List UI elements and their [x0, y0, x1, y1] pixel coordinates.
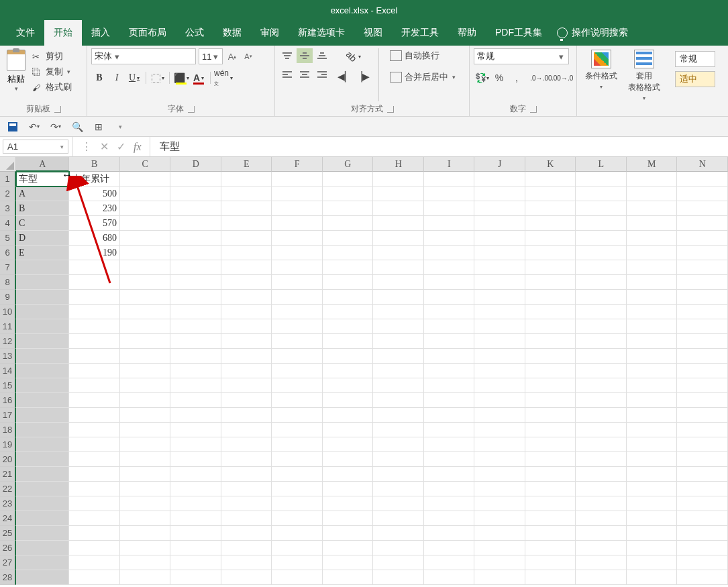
- cell-H4[interactable]: [373, 216, 424, 231]
- cell-E18[interactable]: [221, 423, 272, 437]
- cell-G5[interactable]: [323, 231, 374, 246]
- row-header-27[interactable]: 27: [0, 555, 16, 570]
- cell-L28[interactable]: [576, 570, 627, 585]
- row-header-23[interactable]: 23: [0, 496, 16, 511]
- cell-B6[interactable]: 190: [69, 246, 120, 260]
- cell-A18[interactable]: [16, 423, 69, 437]
- increase-indent-button[interactable]: ▕▶: [354, 68, 370, 85]
- cell-K23[interactable]: [525, 496, 576, 511]
- cell-A11[interactable]: [16, 319, 69, 334]
- row-header-24[interactable]: 24: [0, 511, 16, 526]
- cell-L4[interactable]: [576, 216, 627, 231]
- cell-D17[interactable]: [170, 408, 221, 423]
- cell-I25[interactable]: [424, 526, 475, 541]
- cell-M19[interactable]: [627, 437, 678, 452]
- cell-J22[interactable]: [474, 482, 525, 496]
- cell-G14[interactable]: [323, 364, 374, 378]
- cell-F1[interactable]: [272, 172, 323, 186]
- cell-N12[interactable]: [677, 334, 728, 349]
- cell-E27[interactable]: [221, 555, 272, 570]
- cell-J28[interactable]: [474, 570, 525, 585]
- cell-F5[interactable]: [272, 231, 323, 246]
- cell-N13[interactable]: [677, 349, 728, 364]
- cell-I11[interactable]: [424, 319, 475, 334]
- cell-F18[interactable]: [272, 423, 323, 437]
- cell-L14[interactable]: [576, 364, 627, 378]
- cell-B20[interactable]: [69, 452, 120, 467]
- cell-F28[interactable]: [272, 570, 323, 585]
- cell-E28[interactable]: [221, 570, 272, 585]
- cell-C11[interactable]: [120, 319, 171, 334]
- cell-I3[interactable]: [424, 201, 475, 216]
- cell-L12[interactable]: [576, 334, 627, 349]
- cell-M18[interactable]: [627, 423, 678, 437]
- row-header-14[interactable]: 14: [0, 364, 16, 378]
- cell-F15[interactable]: [272, 378, 323, 393]
- align-center-button[interactable]: [297, 67, 313, 82]
- cell-H12[interactable]: [373, 334, 424, 349]
- row-header-19[interactable]: 19: [0, 437, 16, 452]
- cell-H20[interactable]: [373, 452, 424, 467]
- increase-decimal-button[interactable]: .0→.00: [531, 70, 552, 86]
- cell-F27[interactable]: [272, 555, 323, 570]
- cell-G11[interactable]: [323, 319, 374, 334]
- cell-E16[interactable]: [221, 393, 272, 408]
- row-header-5[interactable]: 5: [0, 231, 16, 246]
- cell-C12[interactable]: [120, 334, 171, 349]
- cell-A17[interactable]: [16, 408, 69, 423]
- cell-A24[interactable]: [16, 511, 69, 526]
- cell-A28[interactable]: [16, 570, 69, 585]
- cell-B17[interactable]: [69, 408, 120, 423]
- cell-N14[interactable]: [677, 364, 728, 378]
- cell-C27[interactable]: [120, 555, 171, 570]
- tab-PDF工具集[interactable]: PDF工具集: [486, 20, 552, 46]
- conditional-format-button[interactable]: 条件格式 ▾: [581, 48, 621, 116]
- cell-H2[interactable]: [373, 186, 424, 201]
- cell-J24[interactable]: [474, 511, 525, 526]
- cell-M25[interactable]: [627, 526, 678, 541]
- cell-E22[interactable]: [221, 482, 272, 496]
- cell-E1[interactable]: [221, 172, 272, 186]
- cell-I26[interactable]: [424, 541, 475, 555]
- cell-G3[interactable]: [323, 201, 374, 216]
- cell-H18[interactable]: [373, 423, 424, 437]
- cell-B21[interactable]: [69, 467, 120, 482]
- row-header-1[interactable]: 1: [0, 172, 16, 186]
- cell-I9[interactable]: [424, 290, 475, 305]
- cell-D18[interactable]: [170, 423, 221, 437]
- cell-M22[interactable]: [627, 482, 678, 496]
- cell-F17[interactable]: [272, 408, 323, 423]
- cell-K20[interactable]: [525, 452, 576, 467]
- cell-M7[interactable]: [627, 260, 678, 275]
- cell-D20[interactable]: [170, 452, 221, 467]
- cell-H8[interactable]: [373, 275, 424, 290]
- font-color-button[interactable]: A▾: [191, 70, 207, 86]
- cell-D19[interactable]: [170, 437, 221, 452]
- cell-C8[interactable]: [120, 275, 171, 290]
- row-header-3[interactable]: 3: [0, 201, 16, 216]
- cell-E15[interactable]: [221, 378, 272, 393]
- cell-M23[interactable]: [627, 496, 678, 511]
- tab-帮助[interactable]: 帮助: [448, 20, 486, 46]
- cell-G28[interactable]: [323, 570, 374, 585]
- number-dialog-launcher[interactable]: [530, 106, 537, 113]
- decrease-indent-button[interactable]: ◀▏: [337, 68, 353, 85]
- cell-J16[interactable]: [474, 393, 525, 408]
- column-header-N[interactable]: N: [677, 157, 728, 172]
- cell-J17[interactable]: [474, 408, 525, 423]
- cell-L24[interactable]: [576, 511, 627, 526]
- bold-button[interactable]: B: [91, 70, 107, 86]
- cell-L13[interactable]: [576, 349, 627, 364]
- cell-A14[interactable]: [16, 364, 69, 378]
- cell-H3[interactable]: [373, 201, 424, 216]
- cell-F22[interactable]: [272, 482, 323, 496]
- border-button[interactable]: ▾: [150, 70, 166, 86]
- cell-I17[interactable]: [424, 408, 475, 423]
- cell-J21[interactable]: [474, 467, 525, 482]
- cell-K19[interactable]: [525, 437, 576, 452]
- cell-B25[interactable]: [69, 526, 120, 541]
- cell-M27[interactable]: [627, 555, 678, 570]
- cell-F20[interactable]: [272, 452, 323, 467]
- cell-L2[interactable]: [576, 186, 627, 201]
- align-right-button[interactable]: [314, 67, 330, 82]
